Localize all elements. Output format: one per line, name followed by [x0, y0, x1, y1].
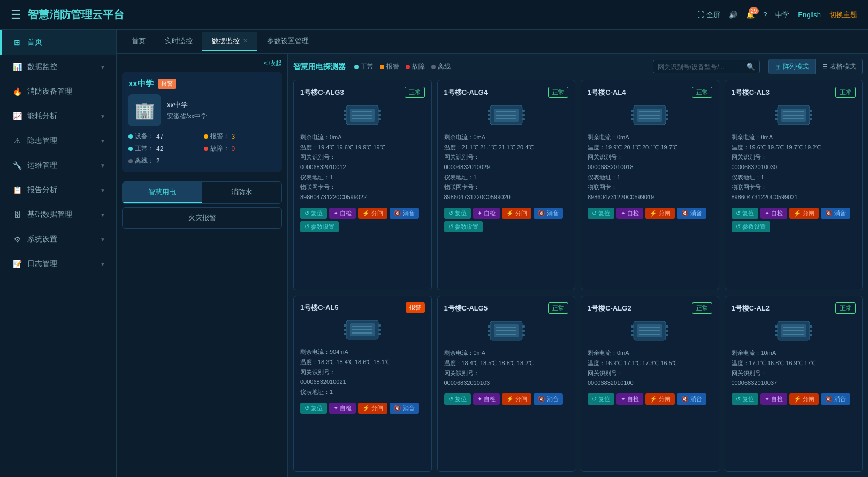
residual-current: 剩余电流：10mA [732, 348, 856, 358]
action-btn-消音[interactable]: 🔇消音 [677, 208, 706, 219]
submenu-tabs: 智慧用电 消防水 [122, 181, 282, 204]
action-btn-消音[interactable]: 🔇消音 [821, 393, 850, 405]
action-btn-参数设置[interactable]: ↺参数设置 [732, 221, 770, 232]
search-box[interactable]: 🔍 [653, 60, 760, 73]
action-icon: ✦ [765, 210, 770, 217]
action-btn-自检[interactable]: ✦自检 [329, 208, 356, 219]
energy-icon: 📈 [12, 112, 22, 120]
action-icon: ↺ [304, 210, 309, 217]
action-btn-分闸[interactable]: ⚡分闸 [645, 208, 675, 219]
view-mode-btns: ⊞ 阵列模式 ☰ 表格模式 [768, 59, 863, 74]
sidebar-label-energy: 能耗分析 [27, 111, 95, 121]
sidebar-item-data-monitor[interactable]: 📊 数据监控 ▼ [0, 55, 116, 79]
sidebar-item-home[interactable]: ⊞ 首页 [0, 30, 116, 55]
gateway-id: 00006832010103 [444, 378, 569, 388]
action-btn-复位[interactable]: ↺复位 [444, 208, 471, 219]
switch-theme-btn[interactable]: 切换主题 [829, 10, 857, 20]
chevron-down-icon-6: ▼ [100, 212, 105, 218]
action-btn-参数设置[interactable]: ↺参数设置 [444, 221, 483, 232]
action-btn-消音[interactable]: 🔇消音 [534, 208, 563, 219]
action-btn-分闸[interactable]: ⚡分闸 [645, 393, 675, 405]
fullscreen-btn[interactable]: ⛶ 全屏 [697, 10, 720, 20]
stat-normal-value: 42 [156, 145, 163, 153]
tab-close-icon[interactable]: ✕ [243, 37, 248, 44]
action-btn-复位[interactable]: ↺复位 [588, 208, 614, 219]
sidebar-item-risk[interactable]: ⚠ 隐患管理 ▼ [0, 128, 116, 153]
tab-home[interactable]: 首页 [122, 32, 155, 51]
action-btn-消音[interactable]: 🔇消音 [821, 208, 850, 219]
menu-icon[interactable]: ☰ [11, 8, 21, 22]
action-btn-自检[interactable]: ✦自检 [760, 208, 787, 219]
action-btn-复位[interactable]: ↺复位 [732, 208, 758, 219]
notification-btn[interactable]: 🔔 29 [746, 11, 755, 19]
action-btn-自检[interactable]: ✦自检 [473, 393, 500, 405]
sidebar-item-ops[interactable]: 🔧 运维管理 ▼ [0, 153, 116, 178]
stat-fault-value: 0 [232, 145, 235, 153]
right-panel: 智慧用电探测器 正常 报警 故障 [288, 54, 868, 477]
action-btn-自检[interactable]: ✦自检 [473, 208, 500, 219]
sidebar-item-fire-equipment[interactable]: 🔥 消防设备管理 [0, 79, 116, 104]
action-btn-消音[interactable]: 🔇消音 [390, 403, 419, 414]
stat-offline-label: 离线： [135, 156, 154, 165]
action-icon: ✦ [621, 210, 626, 217]
fullscreen-icon: ⛶ [697, 11, 704, 19]
action-btn-复位[interactable]: ↺复位 [444, 393, 471, 405]
search-icon[interactable]: 🔍 [747, 63, 755, 71]
tab-data-monitor[interactable]: 数据监控 ✕ [202, 32, 257, 51]
action-btn-分闸[interactable]: ⚡分闸 [502, 393, 531, 405]
sidebar-item-base-data[interactable]: 🗄 基础数据管理 ▼ [0, 202, 116, 227]
action-btn-分闸[interactable]: ⚡分闸 [358, 403, 387, 414]
table-view-btn[interactable]: ☰ 表格模式 [816, 59, 862, 74]
action-btn-复位[interactable]: ↺复位 [732, 393, 758, 405]
collapse-btn[interactable]: < 收起 [122, 59, 282, 68]
action-btn-参数设置[interactable]: ↺参数设置 [300, 221, 339, 232]
sidebar-item-logs[interactable]: 📝 日志管理 ▼ [0, 252, 116, 276]
action-btn-自检[interactable]: ✦自检 [616, 393, 643, 405]
action-btn-自检[interactable]: ✦自检 [616, 208, 643, 219]
action-btn-消音[interactable]: 🔇消音 [390, 208, 419, 219]
stat-alert: 报警： 3 [204, 132, 276, 141]
grid-view-btn[interactable]: ⊞ 阵列模式 [769, 59, 815, 74]
stat-device-label: 设备： [135, 132, 154, 141]
submenu-tab-alarm[interactable]: 火灾报警 [122, 207, 282, 229]
device-card-d7: 1号楼C-ALG2 正常 剩余电流：0mA温度：16.9℃ 17.1℃ 17.3… [581, 296, 719, 472]
device-actions: ↺复位✦自检⚡分闸🔇消音 [732, 393, 856, 405]
volume-btn[interactable]: 🔊 [729, 11, 737, 19]
device-image [732, 319, 856, 343]
action-btn-分闸[interactable]: ⚡分闸 [789, 208, 819, 219]
tab-param-settings[interactable]: 参数设置管理 [257, 32, 318, 51]
action-btn-分闸[interactable]: ⚡分闸 [358, 208, 387, 219]
help-btn[interactable]: ? [763, 11, 767, 19]
action-btn-自检[interactable]: ✦自检 [329, 403, 356, 414]
device-image [300, 103, 425, 127]
action-icon: ↺ [736, 223, 741, 230]
legend-normal: 正常 [354, 62, 374, 71]
sidebar-item-report[interactable]: 📋 报告分析 ▼ [0, 178, 116, 202]
action-btn-复位[interactable]: ↺复位 [300, 403, 327, 414]
status-badge: 报警 [406, 302, 425, 313]
lang-en-btn[interactable]: English [798, 11, 821, 19]
lang-zh-btn[interactable]: 中学 [775, 10, 789, 20]
meter-addr-label: 仪表地址：1 [444, 172, 569, 183]
action-btn-消音[interactable]: 🔇消音 [534, 393, 563, 405]
action-btn-分闸[interactable]: ⚡分闸 [502, 208, 531, 219]
gateway-id-label: 网关识别号： [588, 368, 712, 378]
action-btn-自检[interactable]: ✦自检 [760, 393, 787, 405]
sidebar-item-settings[interactable]: ⚙ 系统设置 ▼ [0, 227, 116, 252]
sidebar-label-settings: 系统设置 [27, 234, 95, 244]
action-icon: ⚡ [794, 396, 801, 403]
submenu-tab-fire-water[interactable]: 消防水 [202, 182, 282, 203]
svg-rect-38 [775, 110, 778, 112]
action-btn-分闸[interactable]: ⚡分闸 [789, 393, 819, 405]
action-btn-复位[interactable]: ↺复位 [300, 208, 327, 219]
device-image [300, 318, 425, 342]
tab-realtime[interactable]: 实时监控 [155, 32, 202, 51]
svg-rect-62 [488, 334, 490, 336]
building-name: xx中学 [128, 79, 154, 89]
submenu-tab-smart-power[interactable]: 智慧用电 [123, 182, 202, 203]
action-btn-消音[interactable]: 🔇消音 [677, 393, 706, 405]
legend-fault-label: 故障 [412, 62, 425, 71]
search-input[interactable] [658, 63, 743, 71]
action-btn-复位[interactable]: ↺复位 [588, 393, 614, 405]
sidebar-item-energy[interactable]: 📈 能耗分析 ▼ [0, 104, 116, 128]
